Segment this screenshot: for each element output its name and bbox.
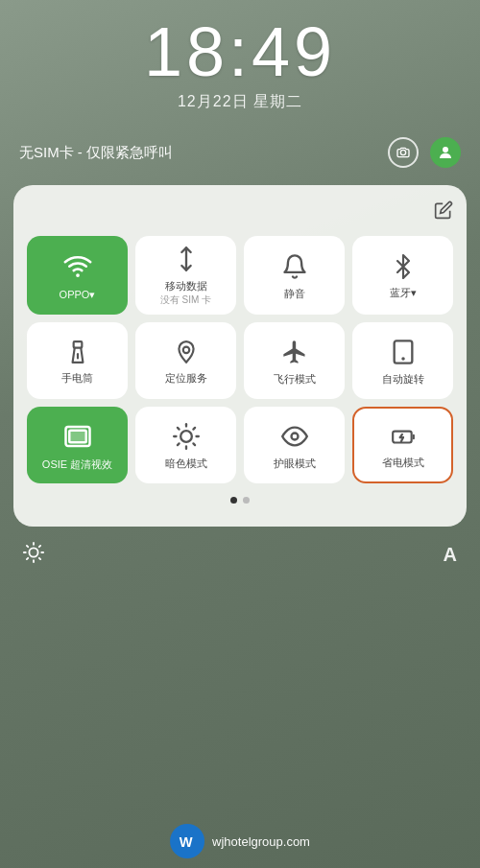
tile-row-2: 手电筒 定位服务 飞行模式 <box>27 322 453 399</box>
quick-panel: OPPO▾ 移动数据 没有 SIM 卡 静音 <box>13 185 467 527</box>
svg-line-33 <box>27 558 28 559</box>
tile-wifi[interactable]: OPPO▾ <box>27 236 128 315</box>
font-size-label[interactable]: A <box>444 544 457 566</box>
tile-rotation[interactable]: 自动旋转 <box>352 322 453 399</box>
watermark-logo: W <box>170 824 204 858</box>
dark-mode-icon <box>173 423 200 454</box>
battery-saver-icon <box>391 424 416 453</box>
svg-point-26 <box>29 549 37 557</box>
tile-mobile-data-label: 移动数据 <box>165 280 207 293</box>
flashlight-icon <box>65 340 90 368</box>
svg-rect-10 <box>69 430 86 442</box>
tile-airplane-label: 飞行模式 <box>274 373 316 386</box>
tile-flashlight[interactable]: 手电筒 <box>27 322 128 399</box>
tile-battery-saver[interactable]: 省电模式 <box>352 407 453 483</box>
sim-icons <box>388 137 461 168</box>
wifi-icon <box>63 251 92 285</box>
mobile-data-icon <box>173 246 200 276</box>
svg-line-15 <box>193 443 195 445</box>
svg-line-34 <box>39 546 40 547</box>
tile-rotation-label: 自动旋转 <box>382 373 424 386</box>
svg-line-18 <box>177 443 179 445</box>
svg-point-11 <box>180 431 192 442</box>
tile-airplane[interactable]: 飞行模式 <box>244 322 345 399</box>
tile-mobile-data[interactable]: 移动数据 没有 SIM 卡 <box>135 236 236 315</box>
svg-point-6 <box>182 346 189 353</box>
time-display: 18:49 <box>144 17 336 86</box>
svg-text:W: W <box>180 834 193 850</box>
sim-bar: 无SIM卡 - 仅限紧急呼叫 <box>0 128 480 177</box>
tile-eye-mode[interactable]: 护眼模式 <box>244 407 345 483</box>
tile-dark-mode[interactable]: 暗色模式 <box>135 407 236 483</box>
tile-mute-label: 静音 <box>284 288 305 300</box>
osie-icon <box>63 422 92 455</box>
location-icon <box>174 340 199 368</box>
bottom-bar: A <box>0 530 480 579</box>
brightness-icon[interactable] <box>23 542 44 568</box>
panel-header <box>27 200 453 224</box>
edit-icon[interactable] <box>434 200 453 224</box>
airplane-icon <box>281 339 308 369</box>
watermark: W wjhotelgroup.com <box>170 824 310 858</box>
tile-mute[interactable]: 静音 <box>244 236 345 315</box>
tile-dark-mode-label: 暗色模式 <box>165 457 207 470</box>
tile-row-3: OSIE 超清视效 暗色模式 <box>27 407 453 483</box>
svg-line-14 <box>177 428 179 430</box>
tile-osie[interactable]: OSIE 超清视效 <box>27 407 128 483</box>
bluetooth-icon <box>391 254 416 283</box>
tile-location[interactable]: 定位服务 <box>135 322 236 399</box>
bell-icon <box>281 253 308 284</box>
tile-location-label: 定位服务 <box>165 372 207 385</box>
eye-icon <box>281 423 308 454</box>
svg-point-20 <box>291 433 298 439</box>
svg-point-1 <box>443 147 448 152</box>
tile-bluetooth[interactable]: 蓝牙▾ <box>352 236 453 315</box>
tile-osie-label: OSIE 超清视效 <box>42 458 112 471</box>
tile-row-1: OPPO▾ 移动数据 没有 SIM 卡 静音 <box>27 236 453 315</box>
sim-text: 无SIM卡 - 仅限紧急呼叫 <box>19 144 173 162</box>
tile-bluetooth-label: 蓝牙▾ <box>390 287 417 299</box>
watermark-site: wjhotelgroup.com <box>212 834 310 849</box>
tile-flashlight-label: 手电筒 <box>61 372 93 385</box>
page-dot-2[interactable] <box>243 497 250 504</box>
rotation-icon <box>390 339 417 369</box>
tile-mobile-data-sub: 没有 SIM 卡 <box>160 293 211 307</box>
svg-point-0 <box>400 150 405 154</box>
svg-line-19 <box>193 428 195 430</box>
profile-icon[interactable] <box>430 137 461 168</box>
date-display: 12月22日 星期二 <box>178 92 302 112</box>
page-dots <box>27 497 453 504</box>
svg-line-30 <box>39 558 40 559</box>
tile-battery-saver-label: 省电模式 <box>382 457 424 469</box>
tile-wifi-label: OPPO▾ <box>60 289 96 301</box>
svg-line-29 <box>27 546 28 547</box>
status-bar: 18:49 12月22日 星期二 <box>0 0 480 120</box>
tile-eye-mode-label: 护眼模式 <box>274 457 316 470</box>
page-dot-1[interactable] <box>230 497 237 504</box>
camera-icon[interactable] <box>388 137 419 168</box>
